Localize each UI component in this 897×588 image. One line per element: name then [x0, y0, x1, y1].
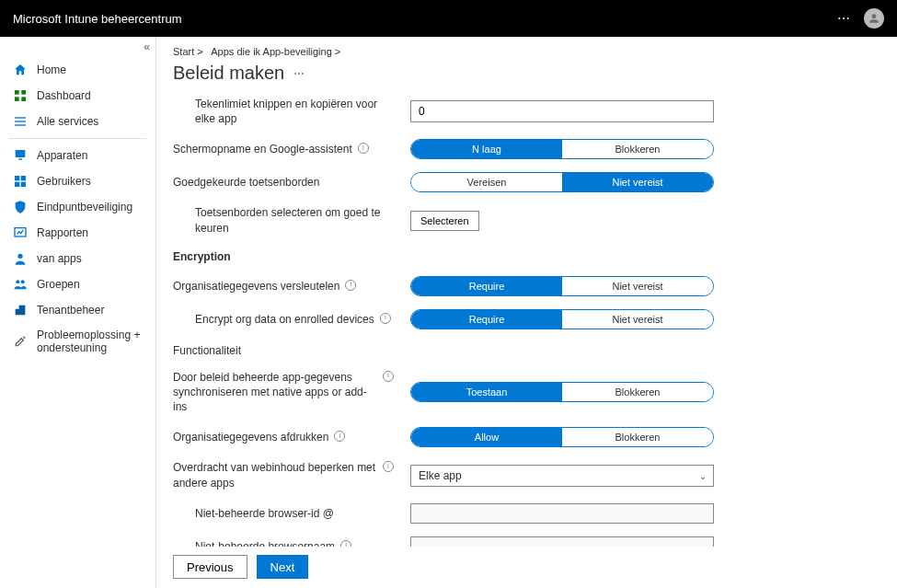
- sync-native-block[interactable]: Blokkeren: [562, 383, 713, 401]
- sync-native-allow[interactable]: Toestaan: [411, 383, 562, 401]
- screen-capture-block[interactable]: Blokkeren: [562, 140, 713, 158]
- svg-point-14: [17, 254, 22, 259]
- screen-capture-label: Schermopname en Google-assistent i: [173, 142, 394, 156]
- print-org-allow[interactable]: Allow: [411, 428, 562, 446]
- info-icon[interactable]: i: [345, 280, 356, 291]
- restrict-web-select[interactable]: Elke app: [410, 465, 714, 487]
- unmanaged-browser-id-label: Niet-beheerde browser-id @: [173, 506, 394, 521]
- sidebar-label: Eindpuntbeveiliging: [37, 201, 132, 213]
- tenant-icon: [13, 303, 28, 317]
- sidebar-item-users[interactable]: Gebruikers: [0, 168, 155, 194]
- sidebar-item-devices[interactable]: Apparaten: [0, 143, 155, 168]
- char-limit-label: Tekenlimiet knippen en kopiëren voor elk…: [173, 97, 394, 126]
- main-content: Start > Apps die ik App-beveiliging > Be…: [156, 37, 897, 588]
- sidebar-item-endpoint-security[interactable]: Eindpuntbeveiliging: [0, 194, 155, 220]
- print-org-label: Organisatiegegevens afdrukken i: [173, 430, 394, 444]
- wizard-footer: Previous Next: [156, 547, 897, 588]
- sidebar-item-reports[interactable]: Rapporten: [0, 220, 155, 246]
- tools-icon: [13, 334, 28, 349]
- approved-keyboards-require[interactable]: Vereisen: [411, 173, 562, 191]
- previous-button[interactable]: Previous: [173, 555, 247, 579]
- sidebar-item-apps[interactable]: van apps: [0, 246, 155, 271]
- section-functionality: Functionaliteit: [173, 344, 879, 357]
- encrypt-org-toggle[interactable]: Require Niet vereist: [410, 276, 714, 296]
- all-services-icon: [13, 114, 28, 129]
- sync-native-toggle[interactable]: Toestaan Blokkeren: [410, 382, 714, 402]
- shield-icon: [13, 200, 28, 214]
- encrypt-org-require[interactable]: Require: [411, 277, 562, 295]
- unmanaged-browser-id-input[interactable]: [410, 503, 714, 524]
- sidebar-item-dashboard[interactable]: Dashboard: [0, 83, 155, 109]
- apps-icon: [13, 174, 28, 189]
- page-title: Beleid maken: [173, 63, 284, 84]
- encrypt-enrolled-toggle[interactable]: Require Niet vereist: [410, 309, 714, 329]
- encrypt-enrolled-require[interactable]: Require: [411, 310, 562, 329]
- svg-point-16: [21, 280, 25, 283]
- sidebar-label: Rapporten: [37, 226, 88, 239]
- char-limit-input[interactable]: [410, 100, 714, 122]
- print-org-toggle[interactable]: Allow Blokkeren: [410, 427, 714, 447]
- svg-rect-1: [21, 90, 26, 95]
- restrict-web-label: Overdracht van webinhoud beperken met an…: [173, 460, 394, 490]
- sidebar-label: Gebruikers: [37, 175, 91, 188]
- sidebar-separator: [9, 138, 146, 139]
- collapse-sidebar-icon[interactable]: «: [144, 40, 150, 53]
- sidebar-label: Tenantbeheer: [37, 304, 104, 317]
- approved-keyboards-label: Goedgekeurde toetsenborden: [173, 175, 394, 190]
- app-title: Microsoft Intune beheercentrum: [13, 12, 182, 26]
- svg-rect-10: [21, 176, 26, 180]
- breadcrumb-app-protection[interactable]: Apps die ik App-beveiliging >: [211, 46, 340, 57]
- sidebar-label: Dashboard: [37, 89, 91, 102]
- sidebar-label: Alle services: [37, 115, 98, 128]
- encrypt-org-not-required[interactable]: Niet vereist: [562, 277, 713, 295]
- sidebar-item-groups[interactable]: Groepen: [0, 271, 155, 297]
- breadcrumb-home[interactable]: Start >: [173, 46, 203, 57]
- user-avatar[interactable]: [864, 8, 884, 29]
- svg-rect-0: [15, 90, 19, 95]
- approved-keyboards-toggle[interactable]: Vereisen Niet vereist: [410, 172, 714, 192]
- encrypt-enrolled-not-required[interactable]: Niet vereist: [562, 310, 713, 329]
- sidebar-item-troubleshooting[interactable]: Probleemoplossing + ondersteuning: [0, 323, 155, 360]
- info-icon[interactable]: i: [383, 461, 394, 472]
- breadcrumb: Start > Apps die ik App-beveiliging >: [173, 46, 879, 57]
- sidebar: « Home Dashboard Alle services Apparaten: [0, 37, 156, 588]
- sidebar-label: Apparaten: [37, 149, 87, 162]
- sidebar-label: van apps: [37, 252, 82, 265]
- svg-rect-2: [15, 97, 19, 101]
- svg-rect-9: [15, 176, 19, 180]
- next-button[interactable]: Next: [257, 555, 309, 579]
- info-icon[interactable]: i: [358, 143, 369, 154]
- reports-icon: [13, 225, 28, 240]
- sync-native-label: Door beleid beheerde app-gegevens synchr…: [173, 370, 394, 415]
- groups-icon: [13, 277, 28, 292]
- top-bar: Microsoft Intune beheercentrum ⋯: [0, 0, 897, 37]
- section-encryption: Encryption: [173, 250, 879, 263]
- sidebar-item-all-services[interactable]: Alle services: [0, 109, 155, 134]
- sidebar-label: Groepen: [37, 278, 80, 291]
- info-icon[interactable]: i: [383, 371, 394, 382]
- approved-keyboards-not-required[interactable]: Niet vereist: [562, 173, 713, 191]
- select-keyboards-button[interactable]: Selecteren: [410, 211, 479, 231]
- more-icon[interactable]: ⋯: [837, 11, 851, 26]
- encrypt-org-label: Organisatiegegevens versleutelen i: [173, 279, 394, 294]
- sidebar-item-home[interactable]: Home: [0, 57, 155, 83]
- svg-rect-12: [21, 182, 26, 187]
- screen-capture-allow[interactable]: N laag: [411, 140, 562, 158]
- svg-rect-11: [15, 182, 19, 187]
- encrypt-enrolled-label: Encrypt org data on enrolled devices i: [173, 312, 394, 327]
- dashboard-icon: [13, 88, 28, 103]
- users-icon: [13, 251, 28, 266]
- svg-point-15: [16, 280, 19, 283]
- select-keyboards-label: Toetsenborden selecteren om goed te keur…: [173, 205, 394, 235]
- screen-capture-toggle[interactable]: N laag Blokkeren: [410, 139, 714, 159]
- info-icon[interactable]: i: [380, 313, 391, 324]
- svg-rect-3: [21, 97, 26, 101]
- home-icon: [13, 63, 28, 77]
- sidebar-item-tenant-admin[interactable]: Tenantbeheer: [0, 297, 155, 323]
- svg-rect-8: [18, 158, 22, 159]
- info-icon[interactable]: i: [334, 431, 345, 442]
- page-more-icon[interactable]: ⋯: [293, 67, 305, 80]
- devices-icon: [13, 148, 28, 163]
- sidebar-label: Probleemoplossing + ondersteuning: [37, 329, 146, 354]
- print-org-block[interactable]: Blokkeren: [562, 428, 713, 446]
